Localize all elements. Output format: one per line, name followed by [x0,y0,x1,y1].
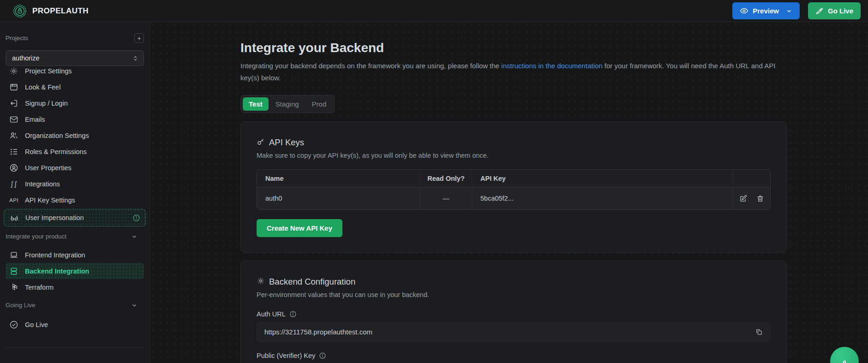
delete-key-button[interactable] [756,195,764,202]
people-icon [9,131,19,140]
documentation-link[interactable]: instructions in the documentation [501,62,602,70]
auth-url-label-text: Auth URL [257,310,286,318]
sidebar: Projects + authorize Project Settings [0,22,150,363]
main-content: Integrate your Backend Integrating your … [150,22,868,363]
sidebar-item-label: User Impersonation [25,214,84,221]
chevron-down-icon[interactable] [131,233,138,240]
eye-icon [740,6,748,15]
sidebar-item-label: Terraform [25,284,54,291]
api-keys-card: API Keys Make sure to copy your API key(… [240,121,787,253]
table-header-row: Name Read Only? API Key [257,170,770,187]
preview-button[interactable]: Preview [732,2,800,19]
edit-key-button[interactable] [739,195,747,202]
backend-config-title-text: Backend Configuration [269,277,355,287]
column-header-api-key: API Key [472,170,733,187]
glasses-icon [9,213,19,222]
sidebar-item-organization-settings[interactable]: Organization Settings [6,127,144,143]
sidebar-item-label: Roles & Permissions [25,148,87,155]
sidebar-divider [6,347,144,348]
sidebar-item-integrations[interactable]: ∫∫ Integrations [6,176,144,192]
backend-configuration-card: Backend Configuration Per-environment va… [240,261,787,363]
integral-icon: ∫∫ [9,180,19,188]
tab-staging[interactable]: Staging [269,97,305,111]
sidebar-item-user-properties[interactable]: User Properties [6,160,144,176]
sidebar-item-label: Integrations [25,180,60,188]
sidebar-item-go-live[interactable]: Go Live [6,316,144,333]
laptop-icon [9,250,19,260]
tab-prod[interactable]: Prod [306,97,333,111]
column-header-read-only: Read Only? [420,170,472,187]
key-icon [257,137,265,148]
chevron-down-icon [786,8,792,14]
sidebar-item-label: Backend Integration [25,268,89,275]
api-keys-table: Name Read Only? API Key auth0 — 5bca05f2… [257,169,771,210]
api-keys-title-text: API Keys [269,137,304,148]
sidebar-item-label: Emails [25,116,45,123]
sidebar-item-backend-integration[interactable]: Backend Integration [6,263,144,279]
terraform-icon [9,283,19,292]
sidebar-item-terraform[interactable]: Terraform [6,279,144,295]
section-label: Going Live [6,302,36,309]
sidebar-item-label: API Key Settings [25,196,75,204]
projects-label: Projects [6,35,28,42]
cell-read-only: — [420,188,472,209]
sidebar-item-label: Project Settings [25,67,72,75]
up-down-chevrons-icon [132,55,139,62]
table-row: auth0 — 5bca05f2... [257,187,770,209]
user-circle-icon [9,163,19,173]
project-selector[interactable]: authorize [6,50,144,66]
info-icon[interactable] [289,310,297,318]
backend-config-subtitle: Per-environment values that you can use … [257,291,771,298]
add-project-button[interactable]: + [134,33,144,43]
intro-text: Integrating your backend depends on the … [240,60,787,84]
rocket-icon [815,7,824,15]
api-text-icon: API [9,197,19,203]
sidebar-menu-integrate: Frontend Integration Backend Integration… [6,247,144,295]
go-live-button[interactable]: Go Live [808,2,861,19]
checklist-icon [9,147,19,156]
info-icon[interactable] [132,214,140,222]
cell-actions [733,188,770,209]
sidebar-item-label: User Properties [25,164,72,172]
api-keys-card-subtitle: Make sure to copy your API key(s), as yo… [257,152,771,159]
public-verifier-key-label: Public (Verifier) Key [257,352,771,359]
brand: PROPELAUTH [13,4,89,18]
column-header-name: Name [257,170,420,187]
cell-api-key: 5bca05f2... [472,188,733,209]
public-key-label-text: Public (Verifier) Key [257,352,315,359]
sidebar-item-frontend-integration[interactable]: Frontend Integration [6,247,144,263]
sidebar-item-roles-permissions[interactable]: Roles & Permissions [6,143,144,160]
sidebar-item-api-key-settings[interactable]: API API Key Settings [6,192,144,208]
auth-url-field [257,322,771,342]
intro-before-link: Integrating your backend depends on the … [240,62,501,70]
cell-name: auth0 [257,188,420,209]
check-circle-icon [9,320,19,329]
sidebar-section-integrate-your-product[interactable]: Integrate your product [6,233,144,240]
info-icon[interactable] [319,352,326,359]
sidebar-section-going-live[interactable]: Going Live [6,302,144,309]
project-selector-value: authorize [12,54,40,62]
create-new-api-key-button[interactable]: Create New API Key [257,219,342,237]
envelope-icon [9,115,19,124]
sidebar-item-look-and-feel[interactable]: Look & Feel [6,79,144,95]
section-label: Integrate your product [6,233,66,240]
sidebar-item-emails[interactable]: Emails [6,111,144,127]
tab-test[interactable]: Test [243,97,269,111]
sidebar-item-signup-login[interactable]: Signup / Login [6,95,144,111]
sidebar-item-user-impersonation[interactable]: User Impersonation [4,209,146,226]
server-stack-icon [9,267,19,276]
brand-name: PROPELAUTH [32,6,89,16]
backend-config-title: Backend Configuration [257,277,771,287]
login-arrow-icon [9,99,19,108]
auth-url-input[interactable] [264,328,755,336]
copy-icon[interactable] [755,328,763,336]
go-live-button-label: Go Live [828,7,853,15]
sidebar-item-label: Look & Feel [25,83,60,91]
sidebar-item-label: Go Live [25,321,48,328]
sidebar-menu-going-live: Go Live [6,316,144,333]
page-title: Integrate your Backend [240,41,787,55]
gear-icon [257,277,265,287]
chevron-down-icon[interactable] [131,302,138,309]
browser-window-icon [9,83,19,92]
sidebar-item-label: Frontend Integration [25,251,85,259]
